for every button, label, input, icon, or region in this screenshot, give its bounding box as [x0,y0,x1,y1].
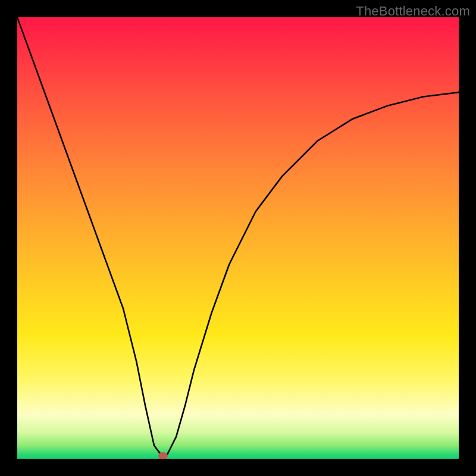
chart-frame: TheBottleneck.com [0,0,476,476]
optimal-point-marker [158,452,168,459]
plot-area [17,17,459,459]
bottleneck-curve [17,17,459,455]
curve-svg [17,17,459,459]
